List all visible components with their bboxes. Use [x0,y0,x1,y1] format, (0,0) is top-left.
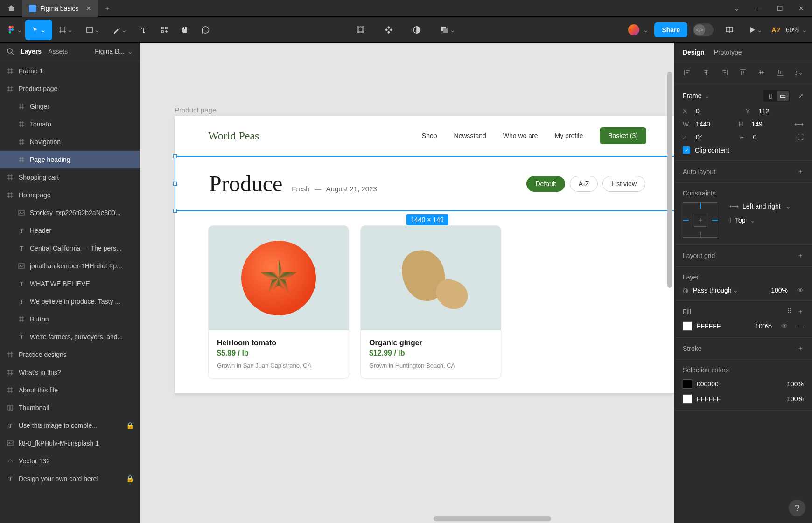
list-view-pill[interactable]: List view [602,176,645,192]
search-icon[interactable] [7,48,14,55]
present-icon[interactable] [745,20,766,40]
layer-row[interactable]: Product page [0,80,140,98]
distribute-icon[interactable] [794,68,804,77]
constraint-h-select[interactable]: ⟷Left and right [729,202,804,210]
align-right-icon[interactable] [720,68,729,77]
comment-tool[interactable] [195,20,216,40]
user-avatar[interactable] [627,23,649,36]
resources-tool[interactable] [154,20,175,40]
rotation-input[interactable]: 0° [696,133,735,141]
align-vcenter-icon[interactable] [757,68,766,77]
layer-row[interactable]: jonathan-kemper-1HHrdIoLFp... [0,257,140,275]
sort-default-pill[interactable]: Default [526,176,565,192]
minimize-icon[interactable]: — [748,0,769,17]
selection-handle[interactable] [173,209,177,213]
layer-row[interactable]: Frame 1 [0,62,140,80]
fill-styles-icon[interactable]: ⠿ [787,307,791,316]
nav-newsstand[interactable]: Newsstand [454,132,486,139]
mask-icon[interactable] [406,20,427,40]
boolean-icon[interactable] [434,20,462,40]
file-tab[interactable]: Figma basics ✕ [22,0,98,17]
h-input[interactable]: 149 [752,120,790,128]
layer-row[interactable]: Central California — The pers... [0,239,140,257]
canvas[interactable]: Product page World Peas Shop Newsstand W… [140,43,674,523]
layer-row[interactable]: Button [0,310,140,328]
constraint-widget[interactable]: ＋ [683,202,718,238]
canvas-scrollbar-vertical[interactable] [667,43,672,523]
page-selector[interactable]: Figma B... [95,48,133,55]
layer-row[interactable]: k8-0_fkPHulv-M-unsplash 1 [0,434,140,452]
pixel-grid-icon[interactable] [350,20,371,40]
layer-row[interactable]: Stocksy_txp226f62b2aNe300... [0,204,140,222]
library-icon[interactable] [719,20,740,40]
basket-button[interactable]: Basket (3) [600,127,646,144]
add-stroke-icon[interactable]: ＋ [797,344,804,353]
prototype-tab[interactable]: Prototype [714,49,742,56]
close-tab-icon[interactable]: ✕ [86,5,91,12]
component-icon[interactable] [378,20,399,40]
frame-label[interactable]: Product page [175,106,216,114]
remove-fill-icon[interactable]: — [797,322,804,330]
color-swatch[interactable] [683,394,692,404]
zoom-select[interactable]: 60% [786,26,807,34]
layer-row[interactable]: Tomato [0,115,140,133]
radius-input[interactable]: 0 [753,133,793,141]
sel-color-hex[interactable]: 000000 [697,380,719,388]
selection-handle[interactable] [173,182,177,186]
layer-row[interactable]: Design your own card here!🔒 [0,470,140,488]
sort-az-pill[interactable]: A-Z [570,176,598,192]
align-hcenter-icon[interactable] [701,68,711,77]
layers-tab[interactable]: Layers [21,48,42,55]
add-autolayout-icon[interactable]: ＋ [797,167,804,176]
pen-tool[interactable] [106,20,133,40]
layer-row[interactable]: Practice designs [0,346,140,363]
maximize-icon[interactable]: ☐ [769,0,791,17]
layer-row[interactable]: Homepage [0,186,140,204]
landscape-icon[interactable]: ▭ [777,91,789,101]
nav-profile[interactable]: My profile [555,132,583,139]
window-dropdown-icon[interactable]: ⌄ [726,0,748,17]
nav-who[interactable]: Who we are [503,132,538,139]
add-grid-icon[interactable]: ＋ [797,251,804,260]
layer-row[interactable]: Vector 132 [0,452,140,470]
move-tool[interactable]: ⌄ [25,20,52,40]
help-button[interactable]: ? [789,500,805,516]
frame-type-select[interactable]: Frame [683,92,759,99]
page-heading-selection[interactable]: Produce Fresh—August 21, 2023 Default A-… [175,156,674,211]
y-input[interactable]: 112 [759,107,804,115]
layer-row[interactable]: What's in this? [0,363,140,381]
sel-color-hex[interactable]: FFFFFF [697,395,721,403]
lock-icon[interactable]: 🔒 [126,475,134,482]
portrait-icon[interactable]: ▯ [764,91,777,101]
layer-row[interactable]: Header [0,222,140,239]
design-tab[interactable]: Design [683,49,705,56]
fill-visibility-icon[interactable]: 👁 [781,322,788,330]
layer-row[interactable]: We believe in produce. Tasty ... [0,293,140,310]
assets-tab[interactable]: Assets [48,48,68,55]
align-bottom-icon[interactable] [776,68,785,77]
layer-row[interactable]: Page heading [0,151,140,168]
align-top-icon[interactable] [738,68,748,77]
share-button[interactable]: Share [654,22,687,37]
clip-content-checkbox[interactable]: ✓ [683,146,690,154]
independent-corners-icon[interactable]: ⛶ [797,133,804,141]
color-swatch[interactable] [683,379,692,389]
link-dimensions-icon[interactable]: ⟷ [794,120,804,128]
fill-hex-input[interactable]: FFFFFF [697,322,721,330]
visibility-icon[interactable]: 👁 [797,286,804,294]
nav-shop[interactable]: Shop [422,132,437,139]
shape-tool[interactable] [79,20,106,40]
lock-icon[interactable]: 🔒 [126,422,134,429]
fill-swatch[interactable] [683,321,692,331]
layer-opacity-input[interactable]: 100% [771,286,788,294]
constraint-v-select[interactable]: ITop [729,216,804,224]
missing-fonts-icon[interactable]: A? [771,26,780,34]
align-left-icon[interactable] [683,68,692,77]
main-menu-button[interactable] [5,20,25,40]
selection-handle[interactable] [173,154,177,158]
hand-tool[interactable] [175,20,195,40]
layer-row[interactable]: WHAT WE BELIEVE [0,275,140,293]
layer-row[interactable]: Ginger [0,98,140,115]
add-fill-icon[interactable]: ＋ [797,307,804,316]
layer-row[interactable]: Thumbnail [0,399,140,417]
